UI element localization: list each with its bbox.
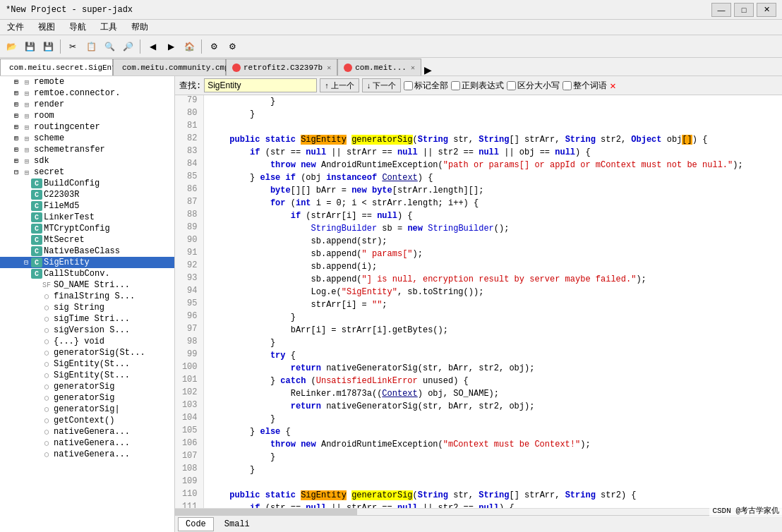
expand-buildconfig[interactable] xyxy=(21,180,31,188)
expand-nativebase[interactable] xyxy=(21,248,31,255)
menu-nav[interactable]: 导航 xyxy=(65,20,90,35)
tree-linkertest[interactable]: C LinkerTest xyxy=(0,212,174,223)
tab-close-commeit[interactable]: ✕ xyxy=(411,64,415,72)
expand-mtcrypt[interactable] xyxy=(21,225,31,233)
tree-sigentity3[interactable]: ◯ SigEntity(St... xyxy=(0,370,174,381)
minimize-button[interactable]: — xyxy=(711,3,731,17)
close-button[interactable]: ✕ xyxy=(757,3,776,17)
expand-render[interactable]: ⊞ xyxy=(11,100,21,109)
expand-getcontext[interactable] xyxy=(31,417,41,425)
expand-void[interactable] xyxy=(31,338,41,346)
menu-file[interactable]: 文件 xyxy=(3,20,28,35)
tree-void[interactable]: ◯ {...} void xyxy=(0,336,174,347)
tree-room[interactable]: ⊞ ⊞ room xyxy=(0,110,174,121)
toolbar-search2[interactable]: 🔎 xyxy=(119,38,136,55)
tab-scroll-right[interactable]: ▶ xyxy=(421,64,435,75)
tree-soname[interactable]: SF SO_NAME Stri... xyxy=(0,279,174,291)
expand-gen1[interactable] xyxy=(31,349,41,357)
expand-remote[interactable]: ⊞ xyxy=(11,78,21,86)
tree-sigtime[interactable]: ◯ sigTime Stri... xyxy=(0,313,174,325)
expand-callstub[interactable] xyxy=(21,270,31,278)
tree-native3[interactable]: ◯ nativeGenera... xyxy=(0,449,174,460)
expand-sigentity2[interactable] xyxy=(31,361,41,368)
expand-generatorsig4[interactable] xyxy=(31,406,41,413)
tab-smali[interactable]: Smali xyxy=(217,517,258,531)
tab-retrofit[interactable]: retrofit2.C32397b ✕ xyxy=(226,59,337,75)
expand-finalstring[interactable] xyxy=(31,293,41,301)
tree-native2[interactable]: ◯ nativeGenera... xyxy=(0,437,174,449)
tree-secret[interactable]: ⊟ ⊞ secret xyxy=(0,167,174,178)
tree-routingcenter[interactable]: ⊞ ⊞ routingcenter xyxy=(0,121,174,133)
tree-generatorsig4[interactable]: ◯ generatorSig| xyxy=(0,404,174,415)
tree-buildconfig[interactable]: C BuildConfig xyxy=(0,178,174,189)
tree-filemd5[interactable]: C FileMd5 xyxy=(0,200,174,212)
tree-nativebase[interactable]: C NativeBaseClass xyxy=(0,246,174,257)
expand-sig[interactable] xyxy=(31,304,41,312)
toolbar-find[interactable]: 🔍 xyxy=(101,38,118,55)
toolbar-save2[interactable]: 💾 xyxy=(40,38,56,55)
tree-c22303r[interactable]: C C22303R xyxy=(0,189,174,200)
toolbar-open[interactable]: 📂 xyxy=(3,38,20,55)
expand-sigentity3[interactable] xyxy=(31,372,41,380)
tree-sdk[interactable]: ⊞ ⊞ sdk xyxy=(0,155,174,167)
expand-sigtime[interactable] xyxy=(31,315,41,323)
expand-remtoe[interactable]: ⊞ xyxy=(11,89,21,97)
regex-check[interactable]: 正则表达式 xyxy=(451,80,504,92)
tree-scheme[interactable]: ⊞ ⊞ scheme xyxy=(0,133,174,144)
tree-sigentity[interactable]: ⊟ C SigEntity xyxy=(0,257,174,268)
code-scroll-x[interactable] xyxy=(175,508,782,515)
toolbar-forward[interactable]: ▶ xyxy=(162,38,179,55)
tree-callstub[interactable]: C CallStubConv. xyxy=(0,268,174,279)
toolbar-back[interactable]: ◀ xyxy=(144,38,161,55)
menu-help[interactable]: 帮助 xyxy=(127,20,152,35)
code-container[interactable]: 79 } 80 } 81 82 xyxy=(175,95,782,508)
tree-native1[interactable]: ◯ nativeGenera... xyxy=(0,426,174,437)
tree-remtoe[interactable]: ⊞ ⊞ remtoe.connector. xyxy=(0,87,174,99)
toolbar-cut[interactable]: ✂ xyxy=(64,38,81,55)
word-check[interactable]: 整个词语 xyxy=(563,80,607,92)
expand-generatorsig2[interactable] xyxy=(31,383,41,391)
expand-native3[interactable] xyxy=(31,451,41,459)
toolbar-home[interactable]: 🏠 xyxy=(181,38,198,55)
tab-code[interactable]: Code xyxy=(178,517,214,531)
search-input[interactable] xyxy=(204,78,317,92)
tree-remote[interactable]: ⊞ ⊞ remote xyxy=(0,76,174,87)
expand-generatorsig3[interactable] xyxy=(31,394,41,402)
tree-generatorsig3[interactable]: ◯ generatorSig xyxy=(0,392,174,404)
tab-sigentity[interactable]: com.meitu.secret.SigEntity ✕ xyxy=(0,59,113,75)
toolbar-decompile[interactable]: ⚙ xyxy=(205,38,222,55)
maximize-button[interactable]: □ xyxy=(734,3,754,17)
menu-view[interactable]: 视图 xyxy=(34,20,59,35)
expand-sigentity[interactable]: ⊟ xyxy=(21,258,31,267)
expand-room[interactable]: ⊞ xyxy=(11,111,21,120)
tree-finalstring[interactable]: ◯ finalString S... xyxy=(0,291,174,302)
tab-commeit[interactable]: com.meit... ✕ xyxy=(337,59,421,75)
expand-secret[interactable]: ⊟ xyxy=(11,168,21,176)
expand-native2[interactable] xyxy=(31,440,41,447)
menu-tools[interactable]: 工具 xyxy=(96,20,121,35)
expand-sdk[interactable]: ⊞ xyxy=(11,157,21,165)
tree-schemetransfer[interactable]: ⊞ ⊞ schemetransfer xyxy=(0,144,174,155)
expand-scheme[interactable]: ⊞ xyxy=(11,134,21,143)
expand-filemd5[interactable] xyxy=(21,202,31,210)
tree-sig[interactable]: ◯ sig String xyxy=(0,302,174,313)
tree-generatorsig2[interactable]: ◯ generatorSig xyxy=(0,381,174,392)
toolbar-save[interactable]: 💾 xyxy=(21,38,38,55)
tree-getcontext[interactable]: ◯ getContext() xyxy=(0,415,174,426)
tree-render[interactable]: ⊞ ⊞ render xyxy=(0,99,174,110)
tab-close-retrofit[interactable]: ✕ xyxy=(327,64,331,72)
expand-sigversion[interactable] xyxy=(31,327,41,334)
sidebar[interactable]: ⊞ ⊞ remote ⊞ ⊞ remtoe.connector. ⊞ ⊞ ren… xyxy=(0,76,175,532)
tree-mtsecret[interactable]: C MtSecret xyxy=(0,234,174,246)
search-prev-button[interactable]: ↑ 上一个 xyxy=(320,78,359,92)
search-next-button[interactable]: ↓ 下一个 xyxy=(362,78,402,92)
expand-mtsecret[interactable] xyxy=(21,236,31,244)
toolbar-copy[interactable]: 📋 xyxy=(83,38,100,55)
expand-linkertest[interactable] xyxy=(21,214,31,222)
tree-sigentity2[interactable]: ◯ SigEntity(St... xyxy=(0,358,174,370)
mark-all-check[interactable]: 标记全部 xyxy=(404,80,448,92)
tree-sigversion[interactable]: ◯ sigVersion S... xyxy=(0,325,174,336)
expand-schemetransfer[interactable]: ⊞ xyxy=(11,145,21,154)
expand-c22303r[interactable] xyxy=(21,191,31,199)
tree-mtcrypt[interactable]: C MTCryptConfig xyxy=(0,223,174,234)
